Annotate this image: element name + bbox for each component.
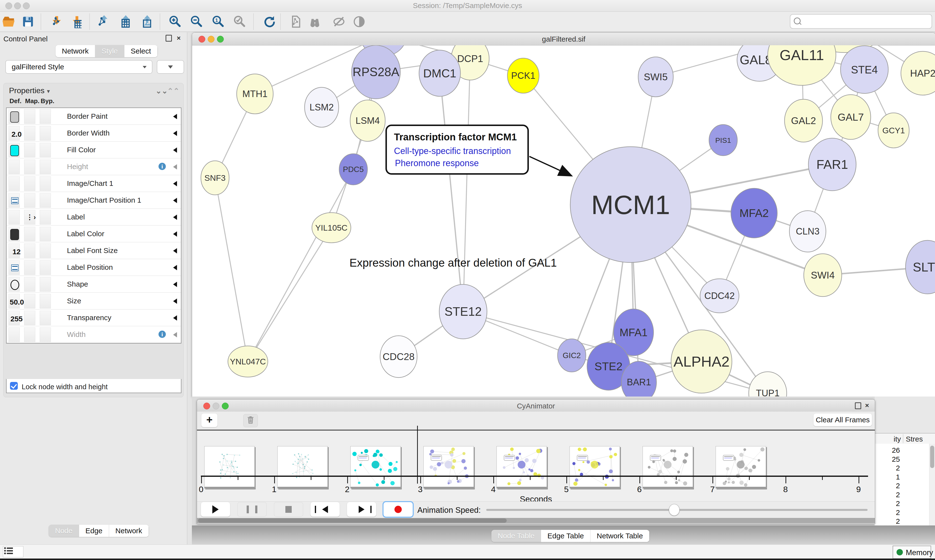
- network-node-snf3[interactable]: SNF3: [201, 161, 229, 195]
- float-panel-icon[interactable]: [165, 35, 172, 42]
- bypass-cell[interactable]: [40, 176, 51, 191]
- tab-network[interactable]: Network: [56, 45, 95, 57]
- expand-property-icon[interactable]: [173, 148, 177, 153]
- open-session-icon[interactable]: [2, 15, 15, 28]
- record-button[interactable]: [384, 502, 413, 517]
- frame-thumbnail-7[interactable]: [716, 446, 766, 488]
- network-node-lsm4[interactable]: LSM4: [350, 100, 385, 142]
- tab-select[interactable]: Select: [124, 45, 157, 57]
- hide-icon[interactable]: [332, 15, 346, 28]
- float-window-icon[interactable]: [855, 402, 861, 409]
- next-frame-button[interactable]: [347, 502, 376, 517]
- property-row-image-chart-position-1[interactable]: Image/Chart Position 1: [6, 192, 181, 209]
- mapping-cell[interactable]: [24, 227, 35, 241]
- property-row-width[interactable]: Widthi: [6, 326, 181, 343]
- expand-property-icon[interactable]: [173, 215, 177, 220]
- bypass-cell[interactable]: [40, 311, 51, 325]
- add-frame-button[interactable]: +: [201, 414, 218, 427]
- mapping-cell[interactable]: [24, 311, 35, 325]
- previous-frame-button[interactable]: [310, 502, 339, 517]
- expand-property-icon[interactable]: [173, 164, 177, 169]
- zoom-out-icon[interactable]: [190, 15, 203, 28]
- default-value[interactable]: 255: [10, 315, 23, 323]
- discrete-mapping-icon[interactable]: ⋮›: [26, 213, 36, 221]
- default-cell[interactable]: 12: [9, 243, 20, 258]
- delete-frame-button[interactable]: [243, 414, 258, 427]
- network-node-gal7[interactable]: GAL7: [831, 95, 871, 139]
- clear-all-frames-button[interactable]: Clear All Frames: [813, 414, 872, 426]
- pause-button[interactable]: [238, 502, 267, 517]
- default-cell[interactable]: [9, 260, 20, 275]
- zoom-in-icon[interactable]: [169, 15, 182, 28]
- contrast-icon[interactable]: [353, 15, 366, 28]
- network-window-titlebar[interactable]: galFiltered.sif: [192, 32, 935, 46]
- default-swatch[interactable]: [10, 145, 19, 156]
- property-row-transparency[interactable]: 255Transparency: [6, 309, 181, 326]
- network-node-far1[interactable]: FAR1: [808, 138, 856, 191]
- network-node-gal11[interactable]: GAL11: [768, 45, 836, 85]
- mapping-cell[interactable]: [24, 260, 35, 275]
- network-node-gic2[interactable]: GIC2: [558, 339, 586, 372]
- mapping-cell[interactable]: ⋮›: [24, 210, 35, 225]
- close-panel-icon[interactable]: ×: [175, 35, 182, 42]
- property-row-size[interactable]: 50.0Size: [6, 293, 181, 309]
- table-cell-value[interactable]: 2: [875, 517, 900, 525]
- style-selector[interactable]: galFiltered Style: [5, 60, 153, 74]
- network-node-ste4[interactable]: STE4: [841, 46, 888, 94]
- frame-thumbnail-3[interactable]: [423, 446, 474, 488]
- default-value[interactable]: 50.0: [10, 298, 23, 306]
- expand-all-icon[interactable]: ⌄⌄: [156, 86, 168, 95]
- network-node-gal2[interactable]: GAL2: [785, 99, 822, 142]
- stop-button[interactable]: [274, 502, 303, 517]
- mapping-cell[interactable]: [24, 109, 35, 124]
- tab-node-table[interactable]: Node Table: [491, 530, 541, 542]
- mapping-cell[interactable]: [24, 277, 35, 292]
- timeline-playhead[interactable]: [417, 426, 418, 484]
- refresh-icon[interactable]: [262, 15, 276, 28]
- export-network-icon[interactable]: [98, 15, 111, 28]
- frame-thumbnail-0[interactable]: [204, 446, 255, 488]
- default-cell[interactable]: [9, 109, 20, 124]
- expand-property-icon[interactable]: [173, 198, 177, 203]
- bypass-cell[interactable]: [40, 294, 51, 308]
- bypass-cell[interactable]: [40, 143, 51, 157]
- network-node-mfa2[interactable]: MFA2: [731, 188, 777, 238]
- property-row-height[interactable]: Heighti: [6, 158, 181, 175]
- default-cell[interactable]: 2.0: [9, 126, 20, 141]
- tab-network[interactable]: Network: [109, 525, 149, 537]
- caption-annotation[interactable]: Expression change after deletion of GAL1: [349, 256, 557, 269]
- info-icon[interactable]: i: [159, 331, 166, 338]
- expand-property-icon[interactable]: [173, 298, 177, 304]
- save-session-icon[interactable]: [22, 15, 35, 28]
- bypass-cell[interactable]: [40, 193, 51, 208]
- import-table-icon[interactable]: [68, 15, 82, 28]
- tab-network-table[interactable]: Network Table: [591, 530, 650, 542]
- default-cell[interactable]: [9, 193, 20, 208]
- memory-button[interactable]: Memory: [893, 546, 931, 559]
- network-node-swi5[interactable]: SWI5: [638, 57, 673, 97]
- network-node-gcy1[interactable]: GCY1: [878, 113, 909, 148]
- network-node-slt2[interactable]: SLT2: [906, 240, 935, 294]
- collapse-all-icon[interactable]: ⌃⌃: [167, 86, 179, 95]
- tab-style[interactable]: Style: [95, 45, 124, 57]
- table-scrollbar[interactable]: [929, 444, 935, 525]
- bypass-cell[interactable]: [40, 109, 51, 124]
- network-node-mth1[interactable]: MTH1: [237, 74, 273, 114]
- annotation-box[interactable]: Transcription factor MCM1Cell-type-speci…: [386, 125, 528, 174]
- bypass-cell[interactable]: [40, 243, 51, 258]
- network-node-alpha2[interactable]: ALPHA2: [671, 330, 732, 393]
- column-header-stress[interactable]: Stres: [906, 435, 923, 443]
- search-input[interactable]: [804, 16, 927, 26]
- network-edge[interactable]: [248, 228, 332, 362]
- default-value[interactable]: 12: [10, 248, 23, 256]
- properties-header[interactable]: Properties ⌄⌄ ⌃⌃: [4, 83, 184, 97]
- close-panel-icon[interactable]: ×: [864, 402, 870, 409]
- speed-slider-thumb[interactable]: [669, 504, 680, 516]
- default-cell[interactable]: 50.0: [9, 294, 20, 308]
- table-cell-value[interactable]: 2: [875, 508, 900, 517]
- column-divider[interactable]: [903, 434, 903, 443]
- ellipse-shape-icon[interactable]: [11, 280, 19, 290]
- document-network-icon[interactable]: [289, 15, 302, 28]
- expand-property-icon[interactable]: [173, 131, 177, 136]
- tab-edge-table[interactable]: Edge Table: [541, 530, 591, 542]
